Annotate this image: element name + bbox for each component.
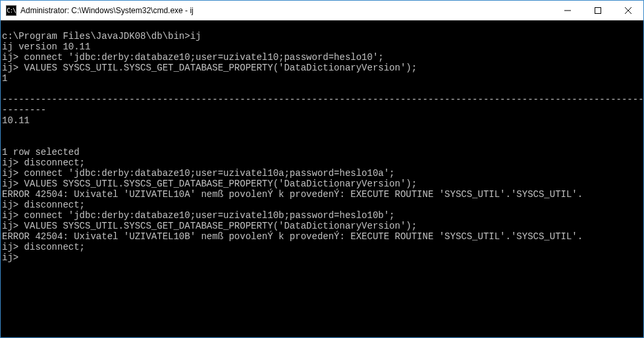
terminal-line: ij> connect 'jdbc:derby:databaze10;user=… — [2, 210, 642, 221]
terminal-line: ij> VALUES SYSCS_UTIL.SYSCS_GET_DATABASE… — [2, 63, 642, 73]
minimize-button[interactable] — [552, 1, 583, 20]
maximize-icon — [595, 7, 601, 14]
terminal-line: ij> connect 'jdbc:derby:databaze10;user=… — [2, 168, 642, 179]
terminal-line: ij version 10.11 — [2, 42, 642, 52]
terminal-line: ij> — [2, 252, 642, 263]
terminal-line: ij> VALUES SYSCS_UTIL.SYSCS_GET_DATABASE… — [2, 179, 642, 189]
terminal-output[interactable]: c:\Program Files\JavaJDK08\db\bin>ijij v… — [1, 20, 643, 337]
terminal-line: ij> disconnect; — [2, 242, 642, 252]
terminal-line: 10.11 — [2, 115, 642, 126]
terminal-line: ij> connect 'jdbc:derby:databaze10;user=… — [2, 52, 642, 63]
window-title: Administrator: C:\Windows\System32\cmd.e… — [20, 6, 552, 15]
terminal-line — [2, 136, 642, 147]
terminal-line — [2, 84, 642, 94]
terminal-line — [2, 126, 642, 136]
cmd-window: C:\ Administrator: C:\Windows\System32\c… — [0, 0, 644, 338]
minimize-icon — [564, 7, 571, 14]
terminal-line: ij> VALUES SYSCS_UTIL.SYSCS_GET_DATABASE… — [2, 221, 642, 231]
svg-rect-1 — [595, 7, 601, 13]
terminal-line — [2, 20, 642, 31]
terminal-line: ----------------------------------------… — [2, 94, 642, 105]
terminal-line: ij> disconnect; — [2, 200, 642, 210]
maximize-button[interactable] — [583, 1, 613, 20]
titlebar[interactable]: C:\ Administrator: C:\Windows\System32\c… — [1, 1, 643, 20]
terminal-line: ERROR 42504: Uxivatel 'UZIVATEL10B' nemß… — [2, 231, 642, 242]
close-icon — [625, 7, 631, 14]
terminal-line: 1 row selected — [2, 147, 642, 157]
cmd-icon: C:\ — [6, 5, 16, 16]
close-button[interactable] — [613, 1, 643, 20]
terminal-line: 1 — [2, 73, 642, 84]
window-controls — [552, 1, 643, 20]
terminal-line: c:\Program Files\JavaJDK08\db\bin>ij — [2, 31, 642, 42]
terminal-line: -------- — [2, 105, 642, 115]
terminal-line: ij> disconnect; — [2, 157, 642, 168]
terminal-line: ERROR 42504: Uxivatel 'UZIVATEL10A' nemß… — [2, 189, 642, 200]
